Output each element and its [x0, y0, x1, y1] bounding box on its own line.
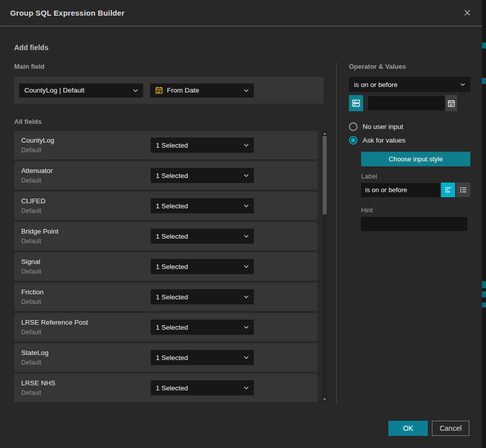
- field-name: CLIFED: [21, 197, 151, 205]
- field-selected-dropdown[interactable]: 1 Selected: [151, 380, 254, 395]
- field-selected-dropdown[interactable]: 1 Selected: [151, 289, 254, 304]
- date-value-input[interactable]: [368, 96, 445, 110]
- field-selected-value: 1 Selected: [156, 233, 241, 240]
- field-name: Signal: [21, 258, 151, 265]
- input-style-list-icon[interactable]: [456, 183, 470, 197]
- scroll-up-icon[interactable]: [323, 132, 326, 135]
- hint-input[interactable]: [361, 217, 467, 231]
- radio-ask-for-values[interactable]: Ask for values: [349, 136, 470, 145]
- ok-button[interactable]: OK: [388, 421, 428, 436]
- scrollbar-thumb[interactable]: [323, 136, 327, 214]
- operator-select-value: is on or before: [354, 81, 457, 88]
- all-fields-label: All fields: [14, 118, 328, 125]
- chevron-down-icon: [460, 83, 465, 86]
- field-layer-name: Default: [21, 207, 151, 214]
- dialog-header: Group SQL Expression Builder ✕: [0, 0, 482, 26]
- field-name: Friction: [21, 288, 151, 296]
- calendar-picker-button[interactable]: [445, 95, 457, 111]
- field-selected-dropdown[interactable]: 1 Selected: [151, 138, 254, 153]
- field-layer-name: Default: [21, 238, 151, 245]
- chevron-down-icon: [244, 265, 249, 268]
- hint-label: Hint: [361, 206, 470, 214]
- all-fields-list: CountyLog Default 1 Selected Attenuator …: [14, 131, 318, 402]
- group-sql-expression-builder-dialog: Group SQL Expression Builder ✕ Add field…: [0, 0, 482, 448]
- field-selected-dropdown[interactable]: 1 Selected: [151, 229, 254, 244]
- field-layer-name: Default: [21, 268, 151, 275]
- chevron-down-icon: [133, 89, 138, 92]
- field-row: LRSE NHS Default 1 Selected: [14, 374, 318, 402]
- column-divider: [336, 63, 337, 404]
- field-selected-value: 1 Selected: [156, 172, 241, 180]
- unique-values-picker-button[interactable]: [349, 95, 363, 111]
- chevron-down-icon: [244, 204, 249, 207]
- field-name: StateLog: [21, 349, 151, 356]
- dialog-title: Group SQL Expression Builder: [10, 9, 462, 17]
- field-selected-dropdown[interactable]: 1 Selected: [151, 320, 254, 335]
- chevron-down-icon: [244, 386, 249, 389]
- field-name: LRSE Reference Post: [21, 319, 151, 326]
- field-selected-value: 1 Selected: [156, 324, 241, 331]
- field-name: LRSE NHS: [21, 379, 151, 387]
- background-page-edge: [482, 0, 486, 448]
- field-selected-value: 1 Selected: [156, 354, 241, 362]
- cancel-button[interactable]: Cancel: [432, 421, 469, 436]
- operator-values-heading: Operator & Values: [349, 63, 470, 70]
- close-icon[interactable]: ✕: [462, 8, 473, 19]
- field-name: Attenuator: [21, 167, 151, 174]
- field-layer-name: Default: [21, 359, 151, 366]
- scroll-down-icon[interactable]: [323, 398, 326, 400]
- field-row: CLIFED Default 1 Selected: [14, 192, 318, 220]
- main-field-select-value: From Date: [167, 86, 241, 94]
- field-layer-name: Default: [21, 389, 151, 396]
- main-field-select[interactable]: From Date: [150, 83, 254, 98]
- field-selected-dropdown[interactable]: 1 Selected: [151, 168, 254, 183]
- chevron-down-icon: [244, 356, 249, 359]
- calendar-icon: [155, 86, 163, 94]
- chevron-down-icon: [244, 174, 249, 177]
- field-name: CountyLog: [21, 137, 151, 144]
- field-name: Bridge Point: [21, 228, 151, 235]
- field-selected-value: 1 Selected: [156, 384, 241, 392]
- radio-no-user-input-label: No user input: [363, 123, 403, 130]
- chevron-down-icon: [244, 235, 249, 238]
- layer-select[interactable]: CountyLog | Default: [19, 83, 143, 98]
- chevron-down-icon: [244, 326, 249, 329]
- radio-ask-for-values-label: Ask for values: [363, 137, 406, 144]
- chevron-down-icon: [244, 144, 249, 147]
- field-selected-dropdown[interactable]: 1 Selected: [151, 259, 254, 274]
- field-row: Bridge Point Default 1 Selected: [14, 222, 318, 250]
- field-layer-name: Default: [21, 298, 151, 305]
- operator-select[interactable]: is on or before: [349, 77, 470, 92]
- field-row: Signal Default 1 Selected: [14, 252, 318, 281]
- field-selected-value: 1 Selected: [156, 263, 241, 271]
- field-layer-name: Default: [21, 177, 151, 184]
- field-row: Attenuator Default 1 Selected: [14, 161, 318, 190]
- input-style-text-icon[interactable]: [441, 183, 455, 197]
- radio-no-user-input[interactable]: No user input: [349, 122, 470, 131]
- chevron-down-icon: [244, 89, 249, 92]
- list-scrollbar[interactable]: [322, 131, 327, 402]
- field-selected-dropdown[interactable]: 1 Selected: [151, 350, 254, 365]
- field-row: LRSE Reference Post Default 1 Selected: [14, 313, 318, 341]
- field-row: StateLog Default 1 Selected: [14, 343, 318, 372]
- field-row: CountyLog Default 1 Selected: [14, 131, 318, 159]
- field-selected-dropdown[interactable]: 1 Selected: [151, 198, 254, 213]
- main-field-label: Main field: [14, 63, 328, 70]
- field-selected-value: 1 Selected: [156, 202, 241, 210]
- radio-unchecked-icon: [349, 122, 358, 131]
- field-layer-name: Default: [21, 329, 151, 336]
- field-row: Friction Default 1 Selected: [14, 283, 318, 311]
- field-selected-value: 1 Selected: [156, 142, 241, 149]
- radio-checked-icon: [349, 136, 358, 145]
- label-input[interactable]: [361, 183, 440, 197]
- field-layer-name: Default: [21, 147, 151, 154]
- chevron-down-icon: [244, 295, 249, 298]
- main-field-panel: CountyLog | Default From Date: [14, 77, 324, 104]
- label-label: Label: [361, 172, 470, 180]
- field-selected-value: 1 Selected: [156, 293, 241, 301]
- add-fields-heading: Add fields: [14, 43, 482, 52]
- choose-input-style-button[interactable]: Choose input style: [361, 152, 470, 166]
- layer-select-value: CountyLog | Default: [24, 86, 130, 94]
